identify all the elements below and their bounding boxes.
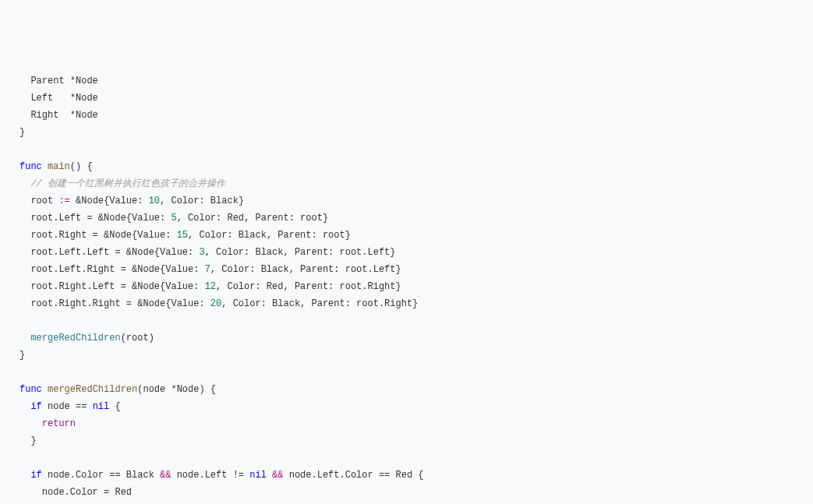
code-line: mergeRedChildren(root)	[19, 330, 813, 347]
code-line: root.Left.Left = &Node{Value: 3, Color: …	[19, 244, 813, 261]
code-line: Parent *Node	[19, 72, 813, 90]
code-token: if	[30, 470, 41, 481]
code-token: mergeRedChildren	[48, 384, 137, 395]
code-token: mergeRedChildren	[30, 333, 120, 344]
code-line: node.Left.Color = Black	[19, 501, 813, 504]
code-token: // 创建一个红黑树并执行红色孩子的合并操作	[30, 178, 225, 189]
code-line: // 创建一个红黑树并执行红色孩子的合并操作	[19, 175, 813, 192]
code-line: Left *Node	[19, 90, 813, 107]
code-line: root.Left = &Node{Value: 5, Color: Red, …	[19, 210, 813, 227]
code-token: Node	[132, 247, 154, 258]
code-line: func main() {	[19, 158, 813, 175]
code-token: func	[19, 384, 42, 395]
code-line: }	[19, 347, 813, 364]
code-token: return	[42, 418, 76, 429]
code-line: return	[19, 415, 813, 432]
code-token: 20	[210, 298, 221, 309]
code-line	[19, 364, 813, 381]
code-line: root.Right = &Node{Value: 15, Color: Bla…	[19, 227, 813, 244]
code-token: :=	[58, 196, 69, 206]
code-line: root := &Node{Value: 10, Color: Black}	[19, 192, 813, 210]
code-line: }	[19, 124, 813, 141]
code-line: func mergeRedChildren(node *Node) {	[19, 381, 813, 398]
code-token: 5	[171, 213, 176, 224]
code-line	[19, 141, 813, 158]
code-token: Node	[137, 264, 160, 275]
code-line: root.Right.Right = &Node{Value: 20, Colo…	[19, 295, 813, 312]
code-token: func	[19, 161, 42, 172]
code-line: node.Color = Red	[19, 484, 813, 501]
code-line: if node.Color == Black && node.Left != n…	[19, 467, 813, 484]
code-token: main	[48, 161, 70, 172]
code-token: 12	[205, 281, 216, 292]
code-token: &&	[272, 470, 283, 481]
code-token: Node	[177, 384, 200, 395]
code-line	[19, 312, 813, 330]
code-token: nil	[249, 470, 267, 481]
code-line	[19, 449, 813, 467]
code-line: root.Right.Left = &Node{Value: 12, Color…	[19, 278, 813, 295]
code-token: Node	[81, 196, 104, 206]
code-token: 7	[205, 264, 210, 275]
code-token: 15	[177, 230, 188, 241]
code-token: Node	[76, 110, 98, 121]
code-token: nil	[93, 401, 110, 412]
code-token: Node	[143, 298, 165, 309]
code-token: &&	[160, 470, 171, 481]
code-token: Node	[76, 93, 98, 104]
code-token: Node	[76, 76, 98, 86]
code-line: Right *Node	[19, 107, 813, 124]
code-block: Parent *Node Left *Node Right *Node} fun…	[19, 72, 813, 504]
code-line: root.Left.Right = &Node{Value: 7, Color:…	[19, 261, 813, 278]
code-token: Node	[109, 230, 132, 241]
code-line: if node == nil {	[19, 398, 813, 415]
code-token: Node	[137, 281, 160, 292]
code-token: if	[30, 401, 41, 412]
code-line: }	[19, 432, 813, 449]
code-token: Node	[104, 213, 126, 224]
code-token: 10	[149, 196, 160, 206]
code-token: 3	[199, 247, 204, 258]
